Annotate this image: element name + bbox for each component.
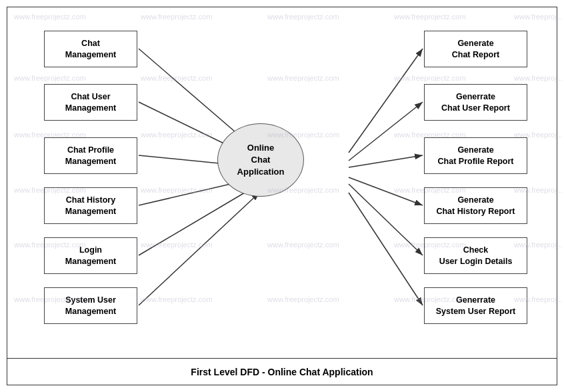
center-circle: OnlineChatApplication bbox=[217, 123, 304, 197]
wm5: www.freeproj... bbox=[514, 13, 563, 21]
generate-system-user-report-box: GenerrateSystem User Report bbox=[424, 287, 527, 324]
svg-line-9 bbox=[349, 102, 423, 161]
wm3: www.freeprojectz.com bbox=[267, 13, 339, 21]
wm17: www.freeprojectz.com bbox=[141, 186, 213, 194]
footer-label: First Level DFD - Online Chat Applicatio… bbox=[7, 358, 557, 385]
wm28: www.freeprojectz.com bbox=[267, 295, 339, 303]
system-user-management-box: System UserManagement bbox=[44, 287, 137, 324]
wm9: www.freeprojectz.com bbox=[394, 74, 466, 82]
wm6: www.freeprojectz.com bbox=[14, 74, 86, 82]
wm8: www.freeprojectz.com bbox=[267, 74, 339, 82]
svg-line-11 bbox=[349, 177, 423, 205]
wm1: www.freeprojectz.com bbox=[14, 13, 86, 21]
generate-chat-report-box: GenerateChat Report bbox=[424, 31, 527, 67]
svg-line-8 bbox=[349, 49, 423, 153]
svg-line-6 bbox=[139, 184, 259, 255]
generate-chat-user-report-box: GenerrateChat User Report bbox=[424, 84, 527, 121]
wm12: www.freeprojectz.com bbox=[141, 131, 213, 139]
svg-line-10 bbox=[349, 155, 423, 167]
generate-chat-history-report-box: GenerateChat History Report bbox=[424, 187, 527, 224]
wm4: www.freeprojectz.com bbox=[394, 13, 466, 21]
wm27: www.freeprojectz.com bbox=[141, 295, 213, 303]
chat-user-management-box: Chat UserManagement bbox=[44, 84, 137, 121]
svg-line-12 bbox=[349, 184, 423, 255]
chat-history-management-box: Chat HistoryManagement bbox=[44, 187, 137, 224]
wm22: www.freeprojectz.com bbox=[141, 241, 213, 249]
wm23: www.freeprojectz.com bbox=[267, 241, 339, 249]
chat-profile-management-box: Chat ProfileManagement bbox=[44, 137, 137, 174]
wm7: www.freeprojectz.com bbox=[141, 74, 213, 82]
diagram-container: ChatManagement Chat UserManagement Chat … bbox=[7, 7, 557, 385]
svg-line-7 bbox=[139, 193, 259, 305]
login-management-box: LoginManagement bbox=[44, 237, 137, 274]
svg-line-13 bbox=[349, 193, 423, 305]
dfd-area: ChatManagement Chat UserManagement Chat … bbox=[7, 7, 557, 358]
wm10: www.freeproj... bbox=[514, 74, 563, 82]
wm2: www.freeprojectz.com bbox=[141, 13, 213, 21]
check-login-box: CheckUser Login Details bbox=[424, 237, 527, 274]
generate-chat-profile-report-box: GenerateChat Profile Report bbox=[424, 137, 527, 174]
chat-management-box: ChatManagement bbox=[44, 31, 137, 67]
